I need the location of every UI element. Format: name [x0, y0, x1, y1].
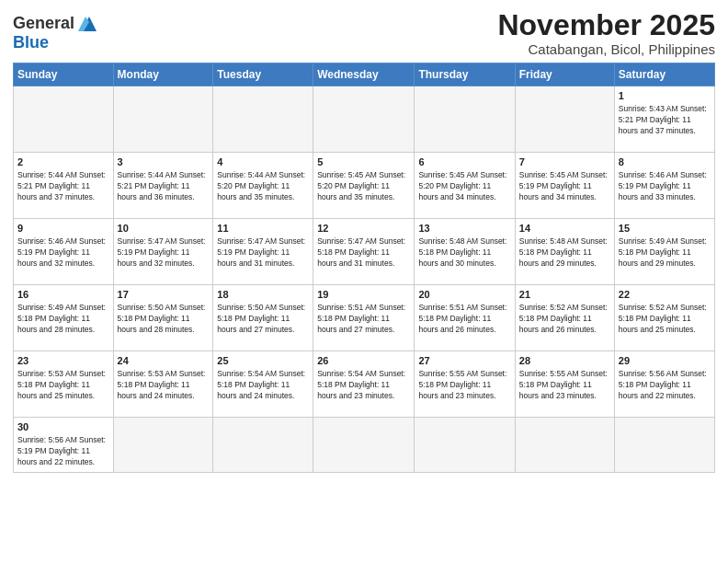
calendar-cell: 3Sunrise: 5:44 AM Sunset: 5:21 PM Daylig… [113, 153, 213, 219]
calendar-cell: 23Sunrise: 5:53 AM Sunset: 5:18 PM Dayli… [14, 351, 114, 418]
day-number: 18 [217, 288, 309, 302]
day-info: Sunrise: 5:44 AM Sunset: 5:21 PM Dayligh… [17, 170, 109, 203]
day-info: Sunrise: 5:53 AM Sunset: 5:18 PM Dayligh… [118, 369, 210, 402]
day-info: Sunrise: 5:51 AM Sunset: 5:18 PM Dayligh… [317, 303, 410, 336]
calendar-cell: 4Sunrise: 5:44 AM Sunset: 5:20 PM Daylig… [213, 153, 313, 219]
calendar-cell: 12Sunrise: 5:47 AM Sunset: 5:18 PM Dayli… [313, 219, 415, 285]
day-number: 26 [317, 354, 410, 368]
day-number: 7 [519, 155, 610, 169]
day-info: Sunrise: 5:46 AM Sunset: 5:19 PM Dayligh… [619, 170, 711, 203]
calendar-cell: 27Sunrise: 5:55 AM Sunset: 5:18 PM Dayli… [415, 351, 515, 418]
header-sunday: Sunday [14, 63, 114, 86]
calendar-cell: 8Sunrise: 5:46 AM Sunset: 5:19 PM Daylig… [614, 153, 714, 219]
calendar-cell: 7Sunrise: 5:45 AM Sunset: 5:19 PM Daylig… [515, 153, 614, 219]
calendar-cell: 19Sunrise: 5:51 AM Sunset: 5:18 PM Dayli… [313, 285, 415, 351]
day-info: Sunrise: 5:50 AM Sunset: 5:18 PM Dayligh… [118, 303, 210, 336]
day-number: 10 [118, 222, 210, 236]
header: General Blue November 2025 Catabangan, B… [13, 9, 715, 57]
day-number: 4 [217, 155, 309, 169]
calendar-cell [213, 86, 313, 153]
header-friday: Friday [515, 63, 614, 86]
day-number: 28 [519, 354, 610, 368]
day-info: Sunrise: 5:52 AM Sunset: 5:18 PM Dayligh… [619, 303, 711, 336]
day-number: 15 [619, 222, 711, 236]
calendar-cell [213, 418, 313, 473]
day-info: Sunrise: 5:48 AM Sunset: 5:18 PM Dayligh… [418, 236, 510, 270]
day-number: 25 [217, 354, 309, 368]
calendar-cell: 24Sunrise: 5:53 AM Sunset: 5:18 PM Dayli… [113, 351, 213, 418]
calendar-cell [415, 86, 515, 153]
day-info: Sunrise: 5:47 AM Sunset: 5:19 PM Dayligh… [118, 236, 210, 270]
day-info: Sunrise: 5:54 AM Sunset: 5:18 PM Dayligh… [317, 369, 410, 402]
day-number: 13 [418, 222, 510, 236]
day-info: Sunrise: 5:48 AM Sunset: 5:18 PM Dayligh… [519, 236, 610, 270]
calendar-cell: 2Sunrise: 5:44 AM Sunset: 5:21 PM Daylig… [14, 153, 114, 219]
calendar-cell: 30Sunrise: 5:56 AM Sunset: 5:19 PM Dayli… [14, 418, 114, 473]
day-number: 22 [619, 288, 711, 302]
calendar-cell [313, 86, 415, 153]
day-info: Sunrise: 5:45 AM Sunset: 5:20 PM Dayligh… [418, 170, 510, 203]
calendar-cell [313, 418, 415, 473]
calendar-cell: 22Sunrise: 5:52 AM Sunset: 5:18 PM Dayli… [614, 285, 714, 351]
day-info: Sunrise: 5:47 AM Sunset: 5:19 PM Dayligh… [217, 236, 309, 270]
logo-area: General Blue [13, 13, 102, 52]
calendar-cell: 25Sunrise: 5:54 AM Sunset: 5:18 PM Dayli… [213, 351, 313, 418]
header-saturday: Saturday [614, 63, 714, 86]
day-number: 16 [17, 288, 109, 302]
calendar-cell: 29Sunrise: 5:56 AM Sunset: 5:18 PM Dayli… [614, 351, 714, 418]
calendar-cell [614, 418, 714, 473]
location-subtitle: Catabangan, Bicol, Philippines [497, 41, 715, 57]
calendar-header-row: Sunday Monday Tuesday Wednesday Thursday… [14, 63, 715, 86]
calendar-cell: 16Sunrise: 5:49 AM Sunset: 5:18 PM Dayli… [14, 285, 114, 351]
day-number: 9 [17, 222, 109, 236]
day-number: 23 [17, 354, 109, 368]
calendar-cell [515, 418, 614, 473]
logo-icon [76, 13, 102, 33]
header-monday: Monday [113, 63, 213, 86]
day-number: 11 [217, 222, 309, 236]
month-year-title: November 2025 [497, 9, 715, 41]
day-number: 30 [17, 420, 109, 434]
day-info: Sunrise: 5:55 AM Sunset: 5:18 PM Dayligh… [418, 369, 510, 402]
calendar-cell [113, 86, 213, 153]
day-number: 2 [17, 155, 109, 169]
calendar-cell: 28Sunrise: 5:55 AM Sunset: 5:18 PM Dayli… [515, 351, 614, 418]
header-wednesday: Wednesday [313, 63, 415, 86]
day-number: 3 [118, 155, 210, 169]
day-number: 20 [418, 288, 510, 302]
title-area: November 2025 Catabangan, Bicol, Philipp… [497, 9, 715, 57]
calendar-cell: 20Sunrise: 5:51 AM Sunset: 5:18 PM Dayli… [415, 285, 515, 351]
day-info: Sunrise: 5:44 AM Sunset: 5:21 PM Dayligh… [118, 170, 210, 203]
header-tuesday: Tuesday [213, 63, 313, 86]
day-number: 17 [118, 288, 210, 302]
calendar-cell: 14Sunrise: 5:48 AM Sunset: 5:18 PM Dayli… [515, 219, 614, 285]
day-info: Sunrise: 5:49 AM Sunset: 5:18 PM Dayligh… [17, 303, 109, 336]
day-number: 19 [317, 288, 410, 302]
calendar-cell: 9Sunrise: 5:46 AM Sunset: 5:19 PM Daylig… [14, 219, 114, 285]
calendar-cell [14, 86, 114, 153]
calendar-cell: 21Sunrise: 5:52 AM Sunset: 5:18 PM Dayli… [515, 285, 614, 351]
day-number: 6 [418, 155, 510, 169]
calendar-cell: 15Sunrise: 5:49 AM Sunset: 5:18 PM Dayli… [614, 219, 714, 285]
calendar-cell: 13Sunrise: 5:48 AM Sunset: 5:18 PM Dayli… [415, 219, 515, 285]
day-number: 1 [619, 89, 711, 103]
calendar-cell: 18Sunrise: 5:50 AM Sunset: 5:18 PM Dayli… [213, 285, 313, 351]
day-info: Sunrise: 5:50 AM Sunset: 5:18 PM Dayligh… [217, 303, 309, 336]
header-thursday: Thursday [415, 63, 515, 86]
day-info: Sunrise: 5:56 AM Sunset: 5:19 PM Dayligh… [17, 435, 109, 468]
calendar-cell: 17Sunrise: 5:50 AM Sunset: 5:18 PM Dayli… [113, 285, 213, 351]
day-info: Sunrise: 5:45 AM Sunset: 5:19 PM Dayligh… [519, 170, 610, 203]
day-info: Sunrise: 5:44 AM Sunset: 5:20 PM Dayligh… [217, 170, 309, 203]
day-info: Sunrise: 5:45 AM Sunset: 5:20 PM Dayligh… [317, 170, 410, 203]
day-info: Sunrise: 5:56 AM Sunset: 5:18 PM Dayligh… [619, 369, 711, 402]
day-info: Sunrise: 5:52 AM Sunset: 5:18 PM Dayligh… [519, 303, 610, 336]
calendar-cell: 5Sunrise: 5:45 AM Sunset: 5:20 PM Daylig… [313, 153, 415, 219]
calendar-cell: 10Sunrise: 5:47 AM Sunset: 5:19 PM Dayli… [113, 219, 213, 285]
calendar-cell: 11Sunrise: 5:47 AM Sunset: 5:19 PM Dayli… [213, 219, 313, 285]
day-number: 8 [619, 155, 711, 169]
day-number: 5 [317, 155, 410, 169]
day-info: Sunrise: 5:54 AM Sunset: 5:18 PM Dayligh… [217, 369, 309, 402]
calendar-cell: 1Sunrise: 5:43 AM Sunset: 5:21 PM Daylig… [614, 86, 714, 153]
calendar-cell [515, 86, 614, 153]
day-info: Sunrise: 5:43 AM Sunset: 5:21 PM Dayligh… [619, 104, 711, 137]
